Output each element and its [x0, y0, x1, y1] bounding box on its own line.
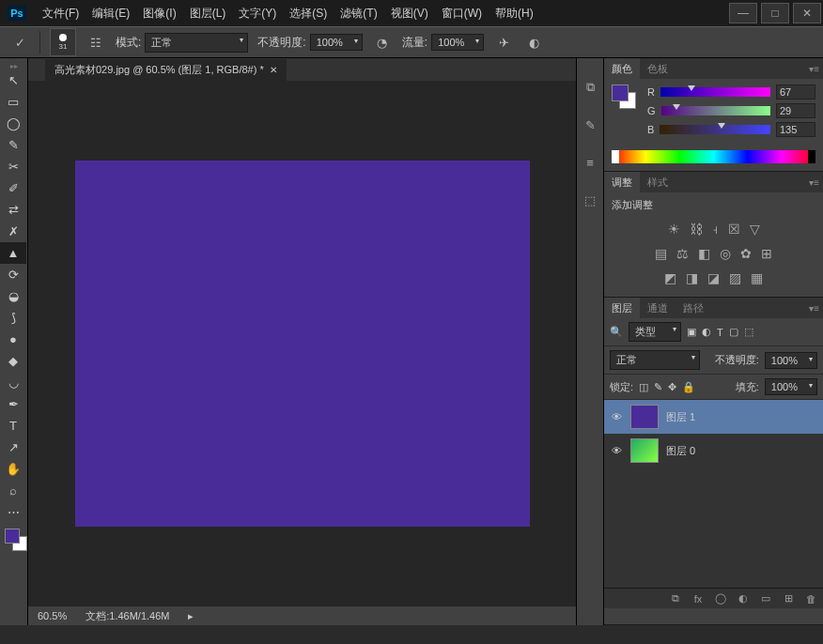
panel-menu-icon[interactable]: ▾≡ [809, 64, 819, 74]
tool-button[interactable]: ▲ [0, 242, 26, 264]
tab-channels[interactable]: 通道 [640, 298, 675, 319]
tool-button[interactable]: ✒ [0, 393, 26, 415]
r-slider[interactable] [660, 87, 770, 97]
tool-button[interactable]: ✎ [0, 134, 26, 156]
trash-icon[interactable]: 🗑 [804, 593, 817, 605]
cube-icon[interactable]: ⬚ [580, 190, 600, 210]
menu-item[interactable]: 选择(S) [283, 2, 334, 25]
lock-pixel-icon[interactable]: ✎ [654, 381, 662, 393]
tab-swatches[interactable]: 色板 [640, 58, 675, 80]
visibility-icon[interactable]: 👁 [610, 445, 623, 456]
tool-button[interactable]: ✐ [0, 177, 26, 199]
pressure-opacity-icon[interactable]: ◔ [372, 32, 393, 53]
paragraph-icon[interactable]: ≡ [580, 152, 600, 173]
tool-button[interactable]: ↗ [0, 437, 26, 458]
selective-icon[interactable]: ▦ [751, 270, 763, 285]
menu-item[interactable]: 视图(V) [384, 2, 435, 25]
lookup-icon[interactable]: ⊞ [761, 246, 772, 261]
b-input[interactable] [776, 122, 815, 137]
fill-adj-icon[interactable]: ◐ [737, 592, 750, 605]
fg-bg-swatches[interactable] [3, 529, 24, 555]
tool-button[interactable]: ✗ [0, 221, 26, 242]
posterize-icon[interactable]: ◨ [686, 270, 698, 285]
b-slider[interactable] [660, 125, 770, 134]
gradient-icon[interactable]: ▨ [729, 270, 741, 285]
menu-item[interactable]: 图层(L) [183, 2, 233, 25]
brightness-icon[interactable]: ☀ [668, 222, 680, 237]
filter-type[interactable]: 类型 [629, 322, 681, 342]
blend-mode-select[interactable]: 正常 [145, 33, 248, 53]
tool-button[interactable]: ◯ [0, 113, 26, 134]
brush-icon[interactable]: ✎ [580, 115, 600, 135]
menu-item[interactable]: 文件(F) [36, 2, 85, 25]
tab-layers[interactable]: 图层 [604, 298, 640, 319]
bw-icon[interactable]: ◧ [698, 246, 710, 261]
tab-color[interactable]: 颜色 [604, 58, 640, 80]
filter-pixel-icon[interactable]: ▣ [687, 326, 696, 338]
layer-row[interactable]: 👁 图层 0 [604, 434, 823, 468]
filter-adjust-icon[interactable]: ◐ [702, 326, 711, 338]
layer-fill[interactable]: 100% [765, 378, 817, 395]
menu-item[interactable]: 滤镜(T) [334, 2, 383, 25]
tool-button[interactable]: ◆ [0, 350, 26, 372]
tab-paths[interactable]: 路径 [675, 298, 711, 319]
panel-fg-bg[interactable] [612, 84, 638, 111]
close-button[interactable]: ✕ [793, 3, 821, 23]
tool-button[interactable]: ⌕ [0, 480, 26, 501]
hue-icon[interactable]: ▤ [655, 246, 667, 261]
tool-button[interactable]: T [0, 415, 26, 437]
g-input[interactable] [776, 103, 815, 118]
close-tab-icon[interactable]: ✕ [270, 65, 277, 75]
filter-smart-icon[interactable]: ⬚ [744, 326, 753, 338]
tool-button[interactable]: ↖ [0, 69, 26, 91]
zoom-level[interactable]: 60.5% [38, 610, 67, 621]
layer-name[interactable]: 图层 0 [666, 444, 695, 458]
fx-icon[interactable]: fx [691, 593, 705, 605]
levels-icon[interactable]: ⛓ [690, 222, 703, 237]
r-input[interactable] [776, 84, 815, 100]
panel-menu-icon[interactable]: ▾≡ [809, 303, 819, 314]
canvas[interactable] [75, 161, 530, 527]
g-slider[interactable] [661, 106, 770, 115]
minimize-button[interactable]: — [729, 3, 757, 23]
menu-item[interactable]: 编辑(E) [85, 2, 136, 25]
search-icon[interactable]: 🔍 [610, 326, 623, 338]
opacity-field[interactable]: 100% [310, 34, 363, 51]
tool-button[interactable]: ◡ [0, 372, 26, 393]
document-tab[interactable]: 高光素材029.jpg @ 60.5% (图层 1, RGB/8#) *✕ [45, 59, 287, 81]
layer-opacity[interactable]: 100% [765, 352, 817, 369]
foreground-swatch[interactable] [5, 529, 20, 544]
lock-pos-icon[interactable]: ✥ [668, 381, 676, 393]
tool-button[interactable]: ● [0, 329, 26, 350]
maximize-button[interactable]: □ [761, 3, 789, 23]
invert-icon[interactable]: ◩ [664, 270, 676, 285]
new-layer-icon[interactable]: ⊞ [782, 592, 795, 605]
panel-grip[interactable]: ▸▸ [0, 62, 27, 69]
menu-item[interactable]: 帮助(H) [489, 2, 540, 25]
group-icon[interactable]: ▭ [759, 592, 772, 605]
tool-button[interactable]: ⟆ [0, 307, 26, 329]
menu-item[interactable]: 图像(I) [136, 2, 182, 25]
menu-item[interactable]: 窗口(W) [435, 2, 489, 25]
exposure-icon[interactable]: ☒ [728, 222, 740, 237]
vibrance-icon[interactable]: ▽ [750, 222, 760, 237]
tool-button[interactable]: ✋ [0, 458, 26, 480]
tab-adjustments[interactable]: 调整 [604, 172, 640, 193]
airbrush-icon[interactable]: ✈ [493, 32, 514, 53]
tool-button[interactable]: ⟳ [0, 264, 26, 285]
lock-trans-icon[interactable]: ◫ [639, 381, 648, 393]
visibility-icon[interactable]: 👁 [610, 411, 623, 422]
filter-shape-icon[interactable]: ▢ [729, 326, 738, 338]
balance-icon[interactable]: ⚖ [676, 246, 689, 261]
tool-button[interactable]: ◒ [0, 285, 26, 307]
history-icon[interactable]: ⧉ [580, 77, 600, 98]
lock-all-icon[interactable]: 🔒 [682, 381, 695, 393]
filter-text-icon[interactable]: T [717, 327, 723, 338]
pressure-size-icon[interactable]: ◐ [523, 32, 544, 53]
panel-menu-icon[interactable]: ▾≡ [809, 177, 819, 188]
mask-icon[interactable]: ◯ [714, 592, 727, 605]
tool-button[interactable]: ✂ [0, 156, 26, 177]
tool-button[interactable]: ⋯ [0, 501, 26, 523]
tool-button[interactable]: ⇄ [0, 199, 26, 221]
threshold-icon[interactable]: ◪ [707, 270, 720, 285]
